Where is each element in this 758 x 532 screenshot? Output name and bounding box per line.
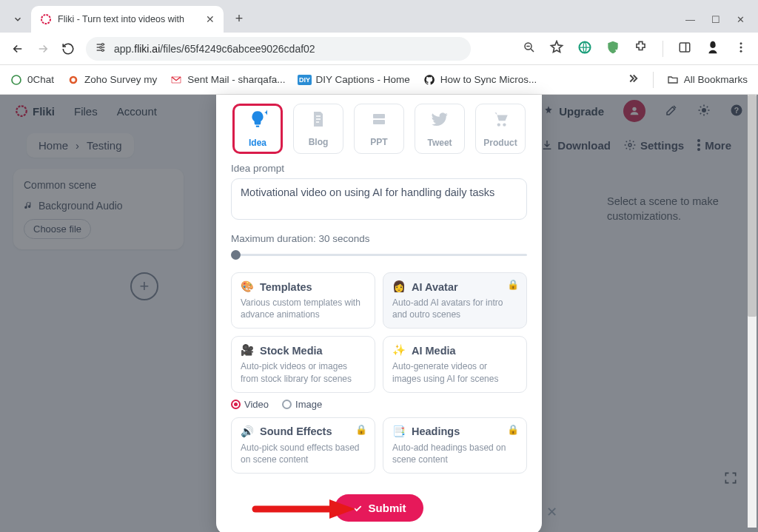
browser-tab-strip: Fliki - Turn text into videos with ✕ + —… (0, 0, 758, 33)
site-favicon (40, 13, 52, 25)
type-label: PPT (370, 137, 387, 147)
lock-icon: 🔒 (507, 424, 519, 435)
svg-point-8 (740, 42, 742, 44)
address-bar: app.fliki.ai/files/65f4249c6abcee9026cda… (0, 33, 758, 65)
radio-video[interactable]: Video (231, 399, 269, 410)
type-label: Idea (249, 138, 266, 148)
option-ai-media[interactable]: ✨AI Media Auto-generate videos or images… (383, 336, 527, 392)
option-stock-media[interactable]: 🎥Stock Media Auto-pick videos or images … (231, 336, 375, 392)
bookmark-label: How to Sync Micros... (440, 74, 537, 85)
option-ai-avatar[interactable]: 🔒 👩AI Avatar Auto-add AI avatars for int… (383, 272, 527, 329)
type-product[interactable]: Product (475, 104, 526, 154)
radio-image[interactable]: Image (282, 399, 322, 410)
svg-point-27 (503, 123, 506, 126)
content-type-tabs: ✦ Idea Blog PPT Tweet Product (231, 104, 527, 154)
svg-rect-24 (373, 114, 385, 118)
prompt-label: Idea prompt (231, 163, 527, 174)
url-input[interactable]: app.fliki.ai/files/65f4249c6abcee9026cda… (86, 37, 471, 61)
tab-title: Fliki - Turn text into videos with (58, 14, 200, 24)
svg-point-26 (497, 123, 500, 126)
chat-icon (10, 74, 22, 86)
svg-text:1: 1 (615, 47, 618, 54)
scrollbar-thumb[interactable] (748, 95, 757, 317)
svg-point-13 (71, 78, 75, 81)
slides-icon (370, 110, 388, 132)
cart-icon (491, 110, 510, 133)
document-icon (309, 110, 327, 132)
vertical-scrollbar[interactable] (748, 95, 757, 528)
avatar-icon: 👩 (392, 280, 406, 293)
diy-icon: DIY (298, 74, 310, 86)
bookmark-label: Sent Mail - sharqafa... (187, 74, 285, 85)
chrome-menu-icon[interactable] (734, 41, 748, 57)
close-tab-icon[interactable]: ✕ (206, 13, 215, 25)
profile-avatar-icon[interactable] (705, 39, 721, 58)
bookmark-star-icon[interactable] (549, 40, 564, 58)
svg-point-2 (100, 47, 102, 49)
wand-icon: ✨ (392, 344, 406, 357)
svg-point-0 (41, 15, 50, 24)
svg-text:✦: ✦ (264, 110, 267, 117)
close-window-icon[interactable]: ✕ (737, 14, 745, 25)
templates-icon: 🎨 (241, 280, 254, 293)
lock-icon: 🔒 (355, 424, 367, 435)
new-tab-button[interactable]: + (228, 7, 250, 30)
bookmark-item[interactable]: How to Sync Micros... (423, 74, 537, 86)
duration-slider[interactable] (231, 250, 527, 259)
back-button[interactable] (10, 41, 25, 56)
close-modal-icon[interactable]: ✕ (546, 504, 557, 520)
reload-button[interactable] (61, 41, 76, 56)
extension-shield-icon[interactable]: 1 (606, 40, 620, 58)
site-settings-icon[interactable] (95, 41, 107, 55)
all-bookmarks-label: All Bookmarks (684, 74, 748, 85)
tab-search-dropdown[interactable] (9, 10, 27, 28)
browser-tab[interactable]: Fliki - Turn text into videos with ✕ (31, 6, 224, 33)
svg-point-1 (101, 44, 104, 46)
type-ppt[interactable]: PPT (354, 104, 404, 154)
type-tweet[interactable]: Tweet (415, 104, 465, 154)
forward-button[interactable] (36, 41, 50, 56)
url-text: app.fliki.ai/files/65f4249c6abcee9026cda… (114, 43, 315, 55)
folder-icon (667, 74, 679, 86)
svg-point-3 (101, 50, 104, 52)
zoom-icon[interactable] (523, 41, 536, 57)
option-sound-effects[interactable]: 🔒 🔊Sound Effects Auto-pick sound effects… (231, 417, 375, 474)
option-headings[interactable]: 🔒 📑Headings Auto-add headings based on s… (383, 417, 527, 474)
idea-prompt-input[interactable] (231, 178, 527, 220)
bookmark-label: Zoho Survey my (84, 74, 157, 85)
bookmarks-bar: 0Chat Zoho Survey my Sent Mail - sharqaf… (0, 65, 758, 95)
minimize-icon[interactable]: — (685, 14, 695, 25)
extensions-icon[interactable] (634, 40, 648, 57)
bookmark-item[interactable]: 0Chat (10, 74, 54, 86)
zoho-icon (67, 74, 79, 86)
slider-thumb[interactable] (231, 250, 241, 260)
maximize-icon[interactable]: ☐ (711, 14, 720, 25)
bookmark-item[interactable]: DIY DIY Captions - Home (298, 74, 409, 86)
svg-rect-7 (680, 43, 690, 52)
side-panel-icon[interactable] (678, 41, 691, 57)
duration-label: Maximum duration: 30 seconds (231, 233, 527, 244)
twitter-icon (430, 110, 449, 133)
window-controls: — ☐ ✕ (685, 14, 758, 33)
headings-icon: 📑 (392, 425, 406, 438)
video-icon: 🎥 (241, 344, 254, 357)
bookmark-item[interactable]: Zoho Survey my (67, 74, 157, 86)
all-bookmarks-button[interactable]: All Bookmarks (667, 74, 748, 86)
svg-point-9 (740, 46, 742, 48)
media-type-radio-group: Video Image (231, 399, 527, 410)
gmail-icon (170, 74, 182, 86)
type-idea[interactable]: ✦ Idea (232, 104, 283, 154)
submit-button[interactable]: Submit (335, 494, 424, 522)
github-icon (423, 74, 435, 86)
svg-point-11 (12, 75, 21, 84)
create-video-modal: ✦ Idea Blog PPT Tweet Product Idea promp… (216, 95, 542, 532)
bookmark-label: DIY Captions - Home (315, 74, 409, 85)
bookmark-label: 0Chat (27, 74, 54, 85)
lock-icon: 🔒 (507, 279, 519, 290)
extension-globe-icon[interactable] (577, 40, 592, 58)
type-blog[interactable]: Blog (293, 104, 343, 154)
bookmark-item[interactable]: Sent Mail - sharqafa... (170, 74, 285, 86)
option-templates[interactable]: 🎨Templates Various custom templates with… (231, 272, 375, 329)
bookmarks-overflow-icon[interactable] (626, 72, 640, 87)
svg-point-10 (740, 50, 742, 52)
